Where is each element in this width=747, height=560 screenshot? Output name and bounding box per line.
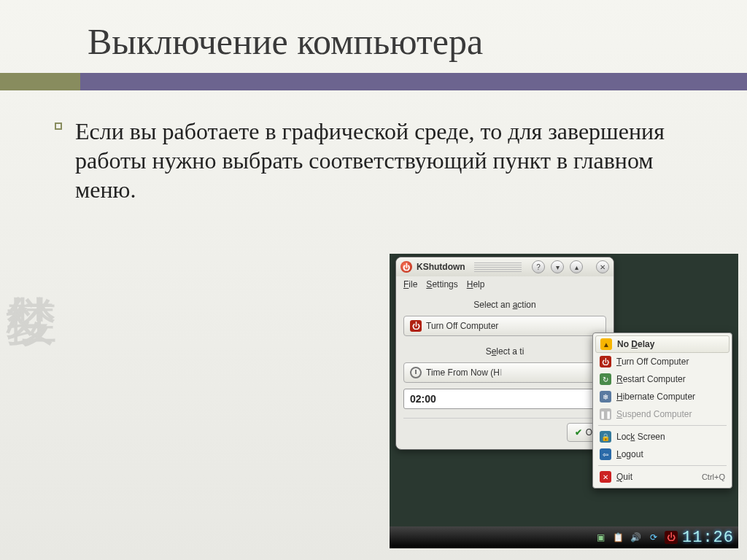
menu-file[interactable]: File	[403, 279, 417, 289]
select-time-label: Select a ti	[403, 346, 606, 357]
power-icon: ⏻	[600, 356, 611, 368]
menu-separator	[598, 465, 727, 466]
tray-update-icon[interactable]: ⟳	[647, 531, 660, 544]
tray-app-icon[interactable]: ▣	[595, 531, 608, 544]
clock-icon	[410, 367, 422, 378]
close-button[interactable]: ✕	[596, 260, 609, 273]
check-icon: ✔	[575, 427, 582, 438]
menu-lock[interactable]: 🔒 Lock Screen	[595, 428, 729, 446]
tray-volume-icon[interactable]: 🔊	[630, 531, 643, 544]
titlebar[interactable]: ⏻ KShutdown ? ▾ ▴ ✕	[396, 257, 614, 276]
menu-no-delay[interactable]: ▲ No Delay	[595, 335, 729, 353]
menubar: File Settings Help	[396, 276, 614, 291]
menu-suspend: ❚❚ Suspend Computer	[595, 405, 729, 423]
quit-icon: ✕	[600, 471, 611, 483]
lock-icon: 🔒	[600, 431, 611, 443]
menu-turn-off[interactable]: ⏻ Turn Off Computer	[595, 353, 729, 370]
time-input[interactable]: 02:00	[403, 389, 606, 409]
slide: 红楼梦 Выключение компьютера Если вы работа…	[0, 0, 747, 560]
warning-icon: ▲	[600, 338, 612, 350]
turn-off-label: Turn Off Computer	[426, 321, 498, 331]
context-menu: ▲ No Delay ⏻ Turn Off Computer ↻ Restart…	[592, 332, 732, 489]
select-action-label: Select an action	[403, 300, 606, 310]
titlebar-stripes	[474, 262, 522, 272]
help-button[interactable]: ?	[532, 260, 545, 273]
menu-quit[interactable]: ✕ Quit Ctrl+Q	[595, 468, 729, 486]
logout-icon: ⇦	[600, 448, 611, 460]
suspend-icon: ❚❚	[600, 408, 611, 420]
body-content: Если вы работаете в графической среде, т…	[0, 90, 747, 204]
menu-settings[interactable]: Settings	[426, 279, 457, 289]
kshutdown-window: ⏻ KShutdown ? ▾ ▴ ✕ File Settings Help S…	[395, 257, 614, 450]
tray-clipboard-icon[interactable]: 📋	[612, 531, 625, 544]
bullet-icon	[55, 122, 62, 130]
hibernate-icon: ❄	[600, 391, 611, 402]
app-icon: ⏻	[400, 261, 412, 273]
body-text: Если вы работаете в графической среде, т…	[75, 117, 703, 204]
menu-help[interactable]: Help	[467, 279, 485, 289]
window-title: KShutdown	[417, 262, 465, 272]
menu-logout[interactable]: ⇦ Logout	[595, 446, 729, 463]
time-value: 02:00	[410, 393, 436, 405]
menu-separator	[598, 425, 727, 426]
time-from-now-button[interactable]: Time From Now (HI	[403, 362, 606, 383]
taskbar-clock[interactable]: 11:26	[682, 529, 734, 547]
quit-accelerator: Ctrl+Q	[702, 472, 725, 481]
taskbar: ▣ 📋 🔊 ⟳ ⏻ 11:26	[390, 526, 738, 548]
menu-hibernate[interactable]: ❄ Hibernate Computer	[595, 388, 729, 405]
menu-restart[interactable]: ↻ Restart Computer	[595, 370, 729, 388]
slide-title: Выключение компьютера	[0, 0, 747, 73]
tray-power-icon[interactable]: ⏻	[665, 531, 678, 544]
separator	[403, 418, 606, 419]
accent-bars	[0, 73, 747, 90]
restart-icon: ↻	[600, 373, 611, 385]
embedded-screenshot: ⏻ KShutdown ? ▾ ▴ ✕ File Settings Help S…	[390, 254, 738, 548]
turn-off-button[interactable]: ⏻ Turn Off Computer	[403, 316, 606, 336]
time-from-now-label: Time From Now (HI	[426, 368, 502, 378]
maximize-button[interactable]: ▴	[570, 260, 583, 273]
minimize-button[interactable]: ▾	[551, 260, 564, 273]
power-icon: ⏻	[410, 320, 422, 332]
